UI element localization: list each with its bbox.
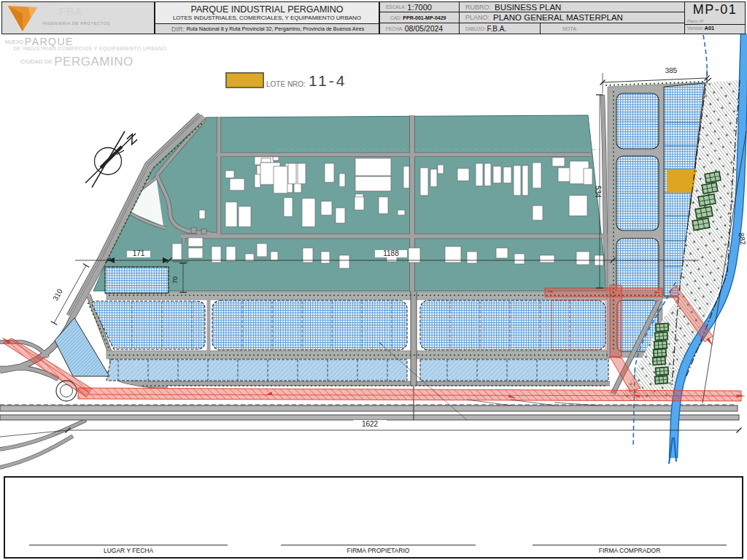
svg-text:1188: 1188 (383, 249, 399, 257)
svg-text:310: 310 (51, 287, 64, 302)
svg-text:1622: 1622 (362, 420, 379, 428)
svg-text:171: 171 (133, 249, 145, 257)
svg-text:534: 534 (594, 186, 602, 198)
svg-text:70: 70 (171, 276, 179, 284)
svg-text:385: 385 (665, 66, 677, 75)
